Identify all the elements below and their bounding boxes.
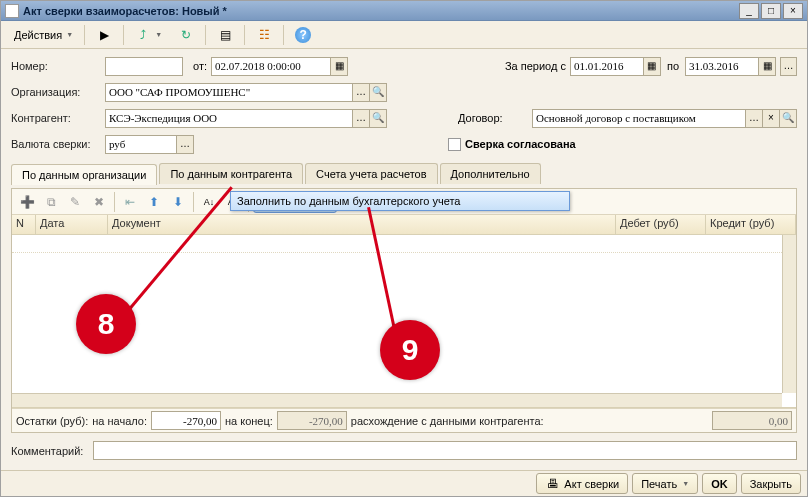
post-button[interactable]: ▶ bbox=[89, 24, 119, 46]
contract-label: Договор: bbox=[458, 112, 528, 124]
move-up-button[interactable]: ⬆ bbox=[143, 191, 165, 213]
currency-input[interactable] bbox=[105, 135, 177, 154]
col-date[interactable]: Дата bbox=[36, 215, 108, 234]
toolbar-separator bbox=[244, 25, 245, 45]
edit-row-button[interactable]: ✎ bbox=[64, 191, 86, 213]
col-doc[interactable]: Документ bbox=[108, 215, 616, 234]
chevron-down-icon: ▼ bbox=[155, 31, 162, 38]
open-button[interactable]: 🔍 bbox=[370, 83, 387, 102]
agreed-label: Сверка согласована bbox=[465, 138, 576, 150]
print-label: Печать bbox=[641, 478, 677, 490]
balance-diff-label: расхождение с данными контрагента: bbox=[351, 415, 544, 427]
col-n[interactable]: N bbox=[12, 215, 36, 234]
window-title: Акт сверки взаиморасчетов: Новый * bbox=[23, 5, 739, 17]
act-button[interactable]: 🖶 Акт сверки bbox=[536, 473, 628, 494]
balance-diff-input bbox=[712, 411, 792, 430]
statusbar: 🖶 Акт сверки Печать ▼ OK Закрыть bbox=[1, 470, 807, 496]
comment-label: Комментарий: bbox=[11, 445, 87, 457]
callout-8-label: 8 bbox=[98, 307, 115, 341]
contract-input[interactable] bbox=[532, 109, 746, 128]
period-select-button[interactable]: … bbox=[780, 57, 797, 76]
main-toolbar: Действия ▼ ▶ ⤴▼ ↻ ▤ ☷ ? bbox=[1, 21, 807, 49]
select-button[interactable]: … bbox=[177, 135, 194, 154]
maximize-button[interactable]: □ bbox=[761, 3, 781, 19]
toolbar-separator bbox=[205, 25, 206, 45]
toolbar-separator bbox=[193, 192, 194, 212]
period-from-label: За период с bbox=[505, 60, 566, 72]
refresh-button[interactable]: ↻ bbox=[171, 24, 201, 46]
currency-label: Валюта сверки: bbox=[11, 138, 101, 150]
add-row-button[interactable]: ➕ bbox=[16, 191, 38, 213]
comment-input[interactable] bbox=[93, 441, 797, 460]
org-label: Организация: bbox=[11, 86, 101, 98]
tab-accounts[interactable]: Счета учета расчетов bbox=[305, 163, 437, 184]
app-icon bbox=[5, 4, 19, 18]
printer-icon: 🖶 bbox=[545, 476, 561, 492]
fill-menu-item[interactable]: Заполнить по данным бухгалтерского учета bbox=[230, 191, 570, 211]
ok-button[interactable]: OK bbox=[702, 473, 737, 494]
go-button[interactable]: ⤴▼ bbox=[128, 24, 169, 46]
go-icon: ⤴ bbox=[135, 27, 151, 43]
scrollbar-horizontal[interactable] bbox=[12, 393, 782, 407]
tab-org-data[interactable]: По данным организации bbox=[11, 164, 157, 185]
balance-start-input[interactable] bbox=[151, 411, 221, 430]
chevron-down-icon: ▼ bbox=[66, 31, 73, 38]
delete-row-button[interactable]: ✖ bbox=[88, 191, 110, 213]
report-icon: ▤ bbox=[217, 27, 233, 43]
calendar-icon[interactable]: ▦ bbox=[759, 57, 776, 76]
move-start-button[interactable]: ⇤ bbox=[119, 191, 141, 213]
help-button[interactable]: ? bbox=[288, 24, 318, 46]
org-input[interactable] bbox=[105, 83, 353, 102]
period-from-input[interactable] bbox=[570, 57, 644, 76]
open-button[interactable]: 🔍 bbox=[370, 109, 387, 128]
act-label: Акт сверки bbox=[564, 478, 619, 490]
period-to-input[interactable] bbox=[685, 57, 759, 76]
copy-row-button[interactable]: ⧉ bbox=[40, 191, 62, 213]
close-form-button[interactable]: Закрыть bbox=[741, 473, 801, 494]
chevron-down-icon: ▼ bbox=[682, 480, 689, 487]
play-icon: ▶ bbox=[96, 27, 112, 43]
print-button[interactable]: Печать ▼ bbox=[632, 473, 698, 494]
callout-9-label: 9 bbox=[402, 333, 419, 367]
minimize-button[interactable]: _ bbox=[739, 3, 759, 19]
calendar-icon[interactable]: ▦ bbox=[331, 57, 348, 76]
actions-menu[interactable]: Действия ▼ bbox=[7, 24, 80, 46]
agreed-checkbox[interactable] bbox=[448, 138, 461, 151]
tab-counterparty-data[interactable]: По данным контрагента bbox=[159, 163, 303, 184]
select-button[interactable]: … bbox=[353, 109, 370, 128]
report-button[interactable]: ▤ bbox=[210, 24, 240, 46]
move-down-button[interactable]: ⬇ bbox=[167, 191, 189, 213]
scrollbar-vertical[interactable] bbox=[782, 235, 796, 393]
date-input[interactable] bbox=[211, 57, 331, 76]
balance-start-label: на начало: bbox=[92, 415, 147, 427]
close-button[interactable]: × bbox=[783, 3, 803, 19]
select-button[interactable]: … bbox=[746, 109, 763, 128]
col-debit[interactable]: Дебет (руб) bbox=[616, 215, 706, 234]
toolbar-separator bbox=[84, 25, 85, 45]
col-credit[interactable]: Кредит (руб) bbox=[706, 215, 796, 234]
grid-empty-row[interactable] bbox=[12, 235, 796, 253]
select-button[interactable]: … bbox=[353, 83, 370, 102]
grid-header: N Дата Документ Дебет (руб) Кредит (руб) bbox=[12, 215, 796, 235]
struct-icon: ☷ bbox=[256, 27, 272, 43]
comment-row: Комментарий: bbox=[11, 437, 797, 464]
open-button[interactable]: 🔍 bbox=[780, 109, 797, 128]
number-label: Номер: bbox=[11, 60, 101, 72]
window: Акт сверки взаиморасчетов: Новый * _ □ ×… bbox=[0, 0, 808, 497]
clear-button[interactable]: × bbox=[763, 109, 780, 128]
toolbar-separator bbox=[123, 25, 124, 45]
help-icon: ? bbox=[295, 27, 311, 43]
struct-button[interactable]: ☷ bbox=[249, 24, 279, 46]
toolbar-separator bbox=[283, 25, 284, 45]
tabs: По данным организации По данным контраге… bbox=[11, 163, 797, 184]
actions-label: Действия bbox=[14, 29, 62, 41]
balances-bar: Остатки (руб): на начало: на конец: расх… bbox=[12, 408, 796, 432]
tab-additional[interactable]: Дополнительно bbox=[440, 163, 541, 184]
number-input[interactable] bbox=[105, 57, 183, 76]
ok-label: OK bbox=[711, 478, 728, 490]
form-content: Номер: от: ▦ За период с ▦ по ▦ … bbox=[1, 49, 807, 470]
counterparty-input[interactable] bbox=[105, 109, 353, 128]
calendar-icon[interactable]: ▦ bbox=[644, 57, 661, 76]
balance-end-label: на конец: bbox=[225, 415, 273, 427]
callout-8: 8 bbox=[76, 294, 136, 354]
